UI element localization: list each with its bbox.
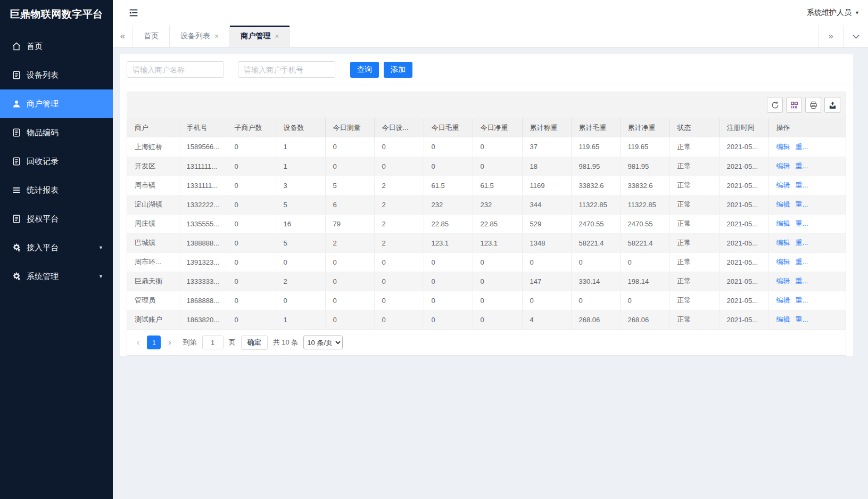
edit-link[interactable]: 编辑 <box>776 200 790 208</box>
app-title: 巨鼎物联网数字平台 <box>0 0 113 27</box>
reset-link[interactable]: 重... <box>796 277 808 285</box>
sidebar-item-statistics[interactable]: 统计报表 <box>0 176 113 204</box>
user-menu[interactable]: 系统维护人员 ▼ <box>807 8 859 18</box>
sidebar-item-system-mgmt[interactable]: 系统管理 ▼ <box>0 262 113 291</box>
table-cell: 0 <box>473 310 522 329</box>
goto-confirm-button[interactable]: 确定 <box>241 336 268 350</box>
edit-link[interactable]: 编辑 <box>776 277 790 285</box>
home-icon <box>12 42 21 51</box>
reset-link[interactable]: 重... <box>796 296 808 304</box>
table-cell: 0 <box>424 310 473 329</box>
table-cell: 123.1 <box>424 233 473 252</box>
merchant-name-cell: 周庄镇 <box>127 214 179 233</box>
col-register-time: 注册时间 <box>719 118 768 137</box>
merchant-name-cell: 测试账户 <box>127 310 179 329</box>
sidebar-item-label: 首页 <box>27 42 43 52</box>
goto-page-input[interactable] <box>202 336 224 349</box>
page-size-select[interactable]: 10 条/页 <box>303 336 343 349</box>
table-row: 周市环...1391323...000000000正常2021-05...编辑重… <box>127 252 846 272</box>
table-cell: 11322.85 <box>620 195 669 214</box>
gear-icon <box>12 243 21 252</box>
table-cell: 147 <box>522 272 571 291</box>
table-cell: 2021-05... <box>719 137 768 157</box>
table-cell: 0 <box>620 252 669 272</box>
col-sub-merchants: 子商户数 <box>227 118 276 137</box>
table-cell: 0 <box>473 157 522 176</box>
merchant-table: 商户 手机号 子商户数 设备数 今日测量 今日设... 今日毛重 今日净重 累计… <box>127 118 846 330</box>
sidebar-item-merchant-mgmt[interactable]: 商户管理 <box>0 89 113 118</box>
table-cell: 22.85 <box>473 214 522 233</box>
table-cell: 0 <box>374 291 424 310</box>
table-cell: 正常 <box>669 310 719 329</box>
table-cell: 5 <box>276 195 325 214</box>
col-today-net: 今日净重 <box>473 118 522 137</box>
tabs-menu-button[interactable] <box>843 26 868 47</box>
reset-link[interactable]: 重... <box>796 239 808 247</box>
merchant-name-input[interactable] <box>127 61 224 78</box>
edit-link[interactable]: 编辑 <box>776 143 790 151</box>
col-status: 状态 <box>669 118 719 137</box>
reset-link[interactable]: 重... <box>796 162 808 170</box>
tab-merchant-mgmt[interactable]: 商户管理 × <box>230 26 290 47</box>
table-cell: 0 <box>227 233 276 252</box>
sidebar-item-device-list[interactable]: 设备列表 <box>0 61 113 89</box>
sidebar-item-recycle-records[interactable]: 回收记录 <box>0 147 113 176</box>
table-cell: 0 <box>522 252 571 272</box>
table-cell: 0 <box>424 252 473 272</box>
edit-link[interactable]: 编辑 <box>776 239 790 247</box>
refresh-icon[interactable] <box>767 97 783 113</box>
close-icon[interactable]: × <box>275 32 279 40</box>
tabbar-spacer <box>290 26 818 47</box>
tab-device-list[interactable]: 设备列表 × <box>170 26 230 47</box>
add-button[interactable]: 添加 <box>384 62 412 78</box>
table-cell: 0 <box>325 291 374 310</box>
sidebar-item-home[interactable]: 首页 <box>0 32 113 61</box>
chevron-down-icon: ▼ <box>98 274 103 279</box>
edit-link[interactable]: 编辑 <box>776 162 790 170</box>
tabs-scroll-left-button[interactable]: « <box>113 26 133 47</box>
sidebar-item-item-code[interactable]: 物品编码 <box>0 118 113 147</box>
reset-link[interactable]: 重... <box>796 219 808 227</box>
edit-link[interactable]: 编辑 <box>776 219 790 227</box>
sidebar-item-label: 商户管理 <box>27 99 59 109</box>
collapse-sidebar-icon[interactable] <box>128 7 139 19</box>
table-cell: 1863820... <box>179 310 227 329</box>
topbar: 系统维护人员 ▼ <box>113 0 868 26</box>
table-cell: 2 <box>325 233 374 252</box>
row-actions-cell: 编辑重... <box>768 233 846 252</box>
export-icon[interactable] <box>824 97 840 113</box>
edit-link[interactable]: 编辑 <box>776 181 790 189</box>
query-button[interactable]: 查询 <box>350 62 379 78</box>
tab-home[interactable]: 首页 <box>133 26 170 47</box>
next-page-icon[interactable]: › <box>166 338 173 347</box>
table-cell: 0 <box>325 157 374 176</box>
sidebar-item-auth-platform[interactable]: 授权平台 <box>0 204 113 233</box>
reset-link[interactable]: 重... <box>796 315 808 323</box>
page-number-button[interactable]: 1 <box>147 336 161 349</box>
sidebar-item-access-platform[interactable]: 接入平台 ▼ <box>0 233 113 262</box>
table-cell: 119.65 <box>571 137 620 157</box>
row-actions-cell: 编辑重... <box>768 176 846 195</box>
reset-link[interactable]: 重... <box>796 200 808 208</box>
close-icon[interactable]: × <box>214 32 219 40</box>
table-toolbar <box>127 92 846 118</box>
table-cell: 0 <box>227 272 276 291</box>
edit-link[interactable]: 编辑 <box>776 315 790 323</box>
table-cell: 1332222... <box>179 195 227 214</box>
table-cell: 37 <box>522 137 571 157</box>
print-icon[interactable] <box>805 97 821 113</box>
col-today-measure: 今日测量 <box>325 118 374 137</box>
reset-link[interactable]: 重... <box>796 181 808 189</box>
columns-icon[interactable] <box>786 97 802 113</box>
edit-link[interactable]: 编辑 <box>776 258 790 266</box>
edit-link[interactable]: 编辑 <box>776 296 790 304</box>
reset-link[interactable]: 重... <box>796 143 808 151</box>
sidebar: 巨鼎物联网数字平台 首页 设备列表 商户管理 物品编码 <box>0 0 113 499</box>
table-cell: 5 <box>325 176 374 195</box>
prev-page-icon[interactable]: ‹ <box>135 338 142 347</box>
tabs-scroll-right-button[interactable]: » <box>818 26 843 47</box>
merchant-phone-input[interactable] <box>238 61 335 78</box>
reset-link[interactable]: 重... <box>796 258 808 266</box>
col-today-gross: 今日毛重 <box>424 118 473 137</box>
table-cell: 58221.4 <box>571 233 620 252</box>
